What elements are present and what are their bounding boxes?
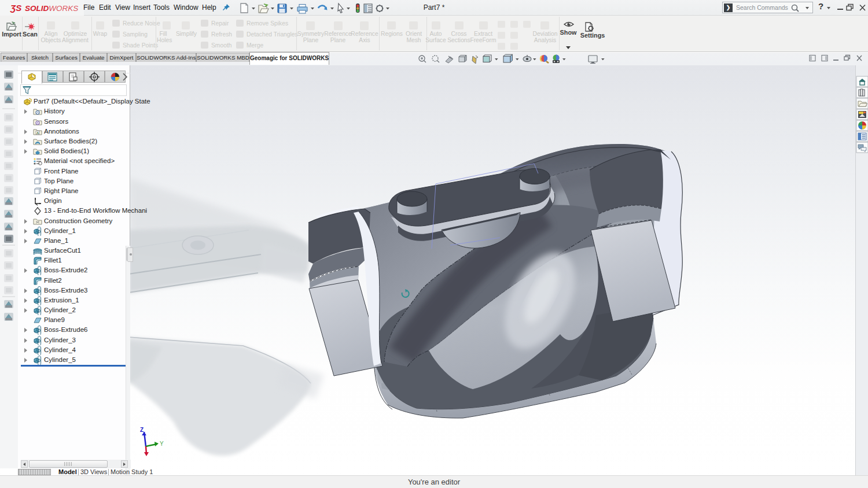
svg-text:Y: Y: [160, 441, 164, 447]
svg-text:Z: Z: [140, 427, 144, 433]
